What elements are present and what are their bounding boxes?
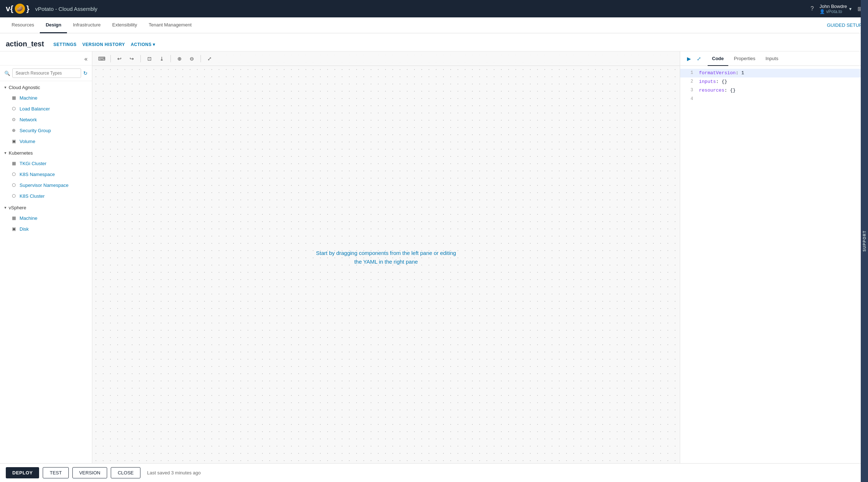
page-header: action_test SETTINGS VERSION HISTORY ACT… [0, 33, 868, 51]
line-number: 1 [684, 69, 693, 77]
panel-expand-icon[interactable]: ▶ [684, 54, 693, 63]
redo-icon[interactable]: ↪ [127, 54, 137, 64]
nav-tabs: Resources Design Infrastructure Extensib… [0, 17, 868, 33]
support-label: SUPPORT [863, 230, 867, 252]
load-balancer-icon: ⬡ [11, 106, 17, 112]
canvas-area[interactable]: ⌨ ↩ ↪ ⊡ ⤓ ⊕ ⊖ ⤢ Start by dragging compon… [92, 51, 680, 463]
section-kubernetes[interactable]: ▾ Kubernetes [0, 147, 92, 158]
version-history-link[interactable]: VERSION HISTORY [80, 41, 127, 49]
tab-resources[interactable]: Resources [6, 17, 40, 33]
user-name: John Bowdre [819, 4, 847, 9]
guided-setup-link[interactable]: GUIDED SETUP [827, 22, 862, 28]
panel-popout-icon[interactable]: ⤢ [695, 54, 703, 63]
undo-icon[interactable]: ↩ [114, 54, 125, 64]
user-dropdown-icon[interactable]: ▾ [849, 6, 852, 12]
list-item[interactable]: ⬡ Supervisor Namespace [0, 180, 92, 190]
item-label: Load Balancer [20, 106, 50, 112]
toolbar-separator [201, 55, 201, 62]
list-item[interactable]: ⬡ Load Balancer [0, 103, 92, 114]
close-button[interactable]: CLOSE [111, 467, 140, 478]
list-item[interactable]: ▦ TKGi Cluster [0, 158, 92, 169]
logo-text2: } [26, 4, 30, 13]
item-label: Supervisor Namespace [20, 183, 68, 188]
frame-icon[interactable]: ⊡ [144, 54, 155, 64]
canvas-hint: Start by dragging components from the le… [314, 249, 459, 266]
top-bar: v{🥔} vPotato - Cloud Assembly ? John Bow… [0, 0, 868, 17]
section-vsphere[interactable]: ▾ vSphere [0, 201, 92, 213]
test-button[interactable]: TEST [43, 467, 68, 478]
line-content: resources: {} [699, 87, 736, 95]
item-label: K8S Namespace [20, 172, 55, 177]
actions-link[interactable]: ACTIONS ▾ [128, 41, 157, 49]
section-cloud-agnostic[interactable]: ▾ Cloud Agnostic [0, 81, 92, 92]
download-icon[interactable]: ⤓ [157, 54, 167, 64]
list-item[interactable]: ▦ Machine [0, 213, 92, 223]
list-item[interactable]: ⊕ Security Group [0, 125, 92, 136]
code-area[interactable]: 1 formatVersion: 1 2 inputs: {} 3 resour… [680, 66, 868, 463]
help-icon[interactable]: ? [810, 5, 814, 12]
logo[interactable]: v{🥔} [6, 4, 29, 14]
item-label: Security Group [20, 128, 51, 133]
tab-properties[interactable]: Properties [730, 51, 760, 66]
tab-extensibility[interactable]: Extensibility [106, 17, 143, 33]
section-label: Kubernetes [9, 150, 33, 156]
tkgi-cluster-icon: ▦ [11, 160, 17, 166]
code-line: 3 resources: {} [680, 86, 868, 95]
code-line: 1 formatVersion: 1 [680, 69, 868, 77]
line-number: 3 [684, 87, 693, 95]
user-info[interactable]: John Bowdre 👤 vPota.to ▾ [819, 4, 852, 14]
tab-inputs[interactable]: Inputs [761, 51, 783, 66]
right-panel-tabs: ▶ ⤢ Code Properties Inputs [680, 51, 868, 66]
main-content: « 🔍 ↻ ▾ Cloud Agnostic ▦ Machine ⬡ Load … [0, 51, 868, 463]
k8s-cluster-icon: ⬡ [11, 193, 17, 199]
keyboard-icon[interactable]: ⌨ [97, 54, 107, 64]
search-icon: 🔍 [4, 71, 10, 76]
sidebar-scroll: ▾ Cloud Agnostic ▦ Machine ⬡ Load Balanc… [0, 81, 92, 463]
zoom-in-icon[interactable]: ⊕ [174, 54, 185, 64]
right-panel: ▶ ⤢ Code Properties Inputs 1 formatVersi… [680, 51, 868, 463]
chevron-down-icon: ▾ [4, 151, 7, 155]
tab-infrastructure[interactable]: Infrastructure [67, 17, 106, 33]
list-item[interactable]: ▣ Volume [0, 136, 92, 147]
collapse-button[interactable]: « [84, 56, 88, 62]
security-group-icon: ⊕ [11, 127, 17, 133]
list-item[interactable]: ⬡ K8S Cluster [0, 190, 92, 201]
search-input[interactable] [12, 68, 81, 78]
zoom-out-icon[interactable]: ⊖ [187, 54, 197, 64]
logo-icon: 🥔 [15, 4, 25, 14]
page-actions: SETTINGS VERSION HISTORY ACTIONS ▾ [51, 41, 157, 49]
item-label: Machine [20, 215, 37, 221]
page-title: action_test [6, 40, 44, 48]
list-item[interactable]: ▦ Machine [0, 92, 92, 103]
user-details: John Bowdre 👤 vPota.to [819, 4, 847, 14]
expand-icon[interactable]: ⤢ [205, 54, 215, 64]
support-tab[interactable]: SUPPORT [861, 0, 868, 482]
item-label: Network [20, 117, 37, 122]
bottom-bar: DEPLOY TEST VERSION CLOSE Last saved 3 m… [0, 463, 868, 482]
version-button[interactable]: VERSION [72, 467, 108, 478]
tab-design[interactable]: Design [40, 17, 67, 33]
list-item[interactable]: ▣ Disk [0, 223, 92, 234]
refresh-icon[interactable]: ↻ [83, 70, 88, 76]
volume-icon: ▣ [11, 138, 17, 144]
app-title: vPotato - Cloud Assembly [35, 6, 97, 12]
user-icon: 👤 [819, 9, 826, 14]
item-label: Volume [20, 139, 35, 144]
disk-icon: ▣ [11, 226, 17, 232]
chevron-down-icon: ▾ [4, 205, 7, 210]
top-bar-left: v{🥔} vPotato - Cloud Assembly [6, 4, 97, 14]
toolbar-separator [110, 55, 111, 62]
k8s-namespace-icon: ⬡ [11, 171, 17, 177]
deploy-button[interactable]: DEPLOY [6, 467, 39, 478]
toolbar-separator [170, 55, 171, 62]
section-label: Cloud Agnostic [9, 85, 40, 90]
settings-link[interactable]: SETTINGS [51, 41, 79, 49]
list-item[interactable]: ⬡ K8S Namespace [0, 169, 92, 180]
tab-code[interactable]: Code [708, 51, 728, 66]
code-line: 4 [680, 95, 868, 104]
item-label: K8S Cluster [20, 193, 45, 199]
list-item[interactable]: ⊙ Network [0, 114, 92, 125]
tab-tenant-management[interactable]: Tenant Management [143, 17, 198, 33]
panel-toggle-icons: ▶ ⤢ [684, 54, 703, 63]
item-label: TKGi Cluster [20, 161, 46, 166]
